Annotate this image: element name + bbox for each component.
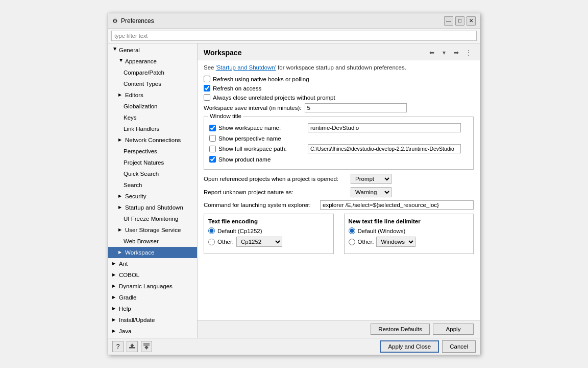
- workspace-name-input[interactable]: [308, 123, 461, 132]
- sidebar-item-gradle[interactable]: ▶ Gradle: [108, 292, 197, 303]
- arrow-icon: ▶: [112, 270, 117, 280]
- show-full-path-label: Show full workspace path:: [218, 146, 305, 152]
- sidebar-item-help[interactable]: ▶ Help: [108, 303, 197, 314]
- full-path-input[interactable]: [308, 144, 461, 153]
- cancel-button[interactable]: Cancel: [442, 340, 476, 353]
- save-interval-input[interactable]: [305, 103, 407, 112]
- maximize-button[interactable]: □: [455, 16, 464, 26]
- show-perspective-checkbox[interactable]: [209, 135, 216, 142]
- sidebar-item-link-handlers[interactable]: Link Handlers: [108, 123, 197, 134]
- more-options-button[interactable]: ⋮: [463, 48, 474, 58]
- sidebar-item-label: Security: [125, 192, 146, 201]
- sidebar-item-web-browser[interactable]: Web Browser: [108, 236, 197, 247]
- sidebar-item-dynamic-languages[interactable]: ▶ Dynamic Languages: [108, 281, 197, 292]
- content-body: See 'Startup and Shutdown' for workspace…: [198, 60, 480, 320]
- show-full-path-checkbox[interactable]: [209, 146, 216, 152]
- sidebar-item-install-update[interactable]: ▶ Install/Update: [108, 314, 197, 326]
- sidebar-item-label: Keys: [124, 113, 137, 122]
- report-unknown-select[interactable]: Warning Error Info Ignore: [351, 187, 391, 197]
- sidebar-item-java[interactable]: ▶ Java: [108, 326, 197, 337]
- sidebar-item-startup[interactable]: ▶ Startup and Shutdown: [108, 202, 197, 213]
- sidebar-item-globalization[interactable]: Globalization: [108, 101, 197, 112]
- show-product-name-checkbox[interactable]: [209, 156, 216, 163]
- sidebar-item-ant[interactable]: ▶ Ant: [108, 258, 197, 269]
- sidebar-item-security[interactable]: ▶ Security: [108, 191, 197, 202]
- arrow-icon: ▶: [112, 327, 117, 336]
- filter-input[interactable]: [111, 31, 477, 41]
- nav-forward-button[interactable]: ➡: [451, 48, 461, 58]
- sidebar-item-label: Search: [124, 180, 142, 190]
- arrow-icon: ▶: [110, 48, 119, 53]
- arrow-icon: ▶: [112, 304, 117, 313]
- sidebar-item-compare-patch[interactable]: Compare/Patch: [108, 67, 197, 78]
- show-product-name-label: Show product name: [218, 156, 305, 163]
- command-explorer-input[interactable]: [320, 200, 474, 210]
- intro-text: See 'Startup and Shutdown' for workspace…: [204, 64, 474, 71]
- import-button[interactable]: [141, 341, 152, 352]
- open-referenced-select[interactable]: Prompt Always Never: [351, 174, 391, 184]
- show-perspective-row: Show perspective name: [209, 135, 468, 142]
- sidebar-item-appearance[interactable]: ▶ Appearance: [108, 56, 197, 67]
- sidebar-item-label: Ant: [119, 259, 128, 268]
- sidebar-item-label: Editors: [125, 90, 143, 100]
- content-area: Workspace ⬅ ▾ ➡ ⋮ See 'Startup and Shutd…: [198, 43, 480, 338]
- encoding-other-radio[interactable]: [208, 239, 215, 245]
- refresh-native-label: Refresh using native hooks or polling: [213, 76, 309, 82]
- sidebar-item-general[interactable]: ▶ General: [108, 44, 197, 56]
- encoding-default-radio[interactable]: [208, 227, 215, 234]
- sidebar-item-label: Perspectives: [124, 147, 157, 156]
- sidebar-item-label: COBOL: [119, 270, 139, 280]
- refresh-access-checkbox[interactable]: [204, 85, 210, 91]
- apply-close-button[interactable]: Apply and Close: [380, 340, 439, 353]
- sidebar-item-network-connections[interactable]: ▶ Network Connections: [108, 134, 197, 146]
- nav-back-button[interactable]: ⬅: [427, 48, 437, 58]
- delimiter-default-radio[interactable]: [349, 227, 355, 234]
- sidebar: ▶ General ▶ Appearance Compare/Patch Con…: [108, 43, 198, 338]
- sidebar-item-content-types[interactable]: Content Types: [108, 78, 197, 89]
- help-button[interactable]: ?: [112, 341, 124, 352]
- startup-link[interactable]: 'Startup and Shutdown': [216, 64, 276, 71]
- sidebar-item-cobol[interactable]: ▶ COBOL: [108, 269, 197, 281]
- sidebar-item-quick-search[interactable]: Quick Search: [108, 168, 197, 179]
- page-title: Workspace: [204, 49, 241, 57]
- app-icon: ⚙: [112, 17, 118, 25]
- sidebar-item-ui-freeze[interactable]: UI Freeze Monitoring: [108, 213, 197, 224]
- close-button[interactable]: ✕: [467, 16, 476, 26]
- show-workspace-name-checkbox[interactable]: [209, 125, 216, 131]
- sidebar-item-workspace[interactable]: ▶ Workspace: [108, 247, 197, 258]
- open-referenced-row: Open referenced projects when a project …: [204, 174, 474, 184]
- show-workspace-name-label: Show workspace name:: [218, 125, 305, 131]
- command-explorer-label: Command for launching system explorer:: [204, 202, 316, 208]
- delimiter-default-row: Default (Windows): [349, 227, 470, 234]
- sidebar-item-label: Content Types: [124, 79, 161, 88]
- encoding-other-select[interactable]: Cp1252 UTF-8 ISO-8859-1: [236, 237, 282, 247]
- delimiter-other-radio[interactable]: [349, 239, 355, 245]
- sidebar-item-perspectives[interactable]: Perspectives: [108, 146, 197, 157]
- export-button[interactable]: [127, 341, 138, 352]
- search-bar: [108, 29, 480, 43]
- always-close-checkbox[interactable]: [204, 94, 210, 101]
- delimiter-other-select[interactable]: Windows Unix macOS: [376, 237, 415, 247]
- sidebar-item-keys[interactable]: Keys: [108, 112, 197, 123]
- sidebar-item-project-natures[interactable]: Project Natures: [108, 157, 197, 168]
- arrow-icon: ▶: [118, 248, 124, 257]
- bottom-bar-left: ?: [112, 341, 152, 352]
- encoding-section: Text file encoding Default (Cp1252) Othe…: [204, 214, 474, 254]
- sidebar-item-label: Quick Search: [124, 169, 159, 178]
- preferences-window: ⚙ Preferences — □ ✕ ▶ General ▶ Appearan…: [108, 13, 480, 355]
- show-product-name-row: Show product name: [209, 156, 468, 163]
- minimize-button[interactable]: —: [444, 16, 453, 26]
- refresh-native-checkbox[interactable]: [204, 76, 210, 82]
- sidebar-item-search[interactable]: Search: [108, 179, 197, 191]
- apply-button[interactable]: Apply: [433, 324, 474, 335]
- refresh-native-row: Refresh using native hooks or polling: [204, 76, 474, 82]
- show-workspace-name-row: Show workspace name:: [209, 123, 468, 132]
- window-title: Preferences: [121, 17, 154, 25]
- nav-dropdown-button[interactable]: ▾: [439, 48, 449, 58]
- sidebar-item-label: Dynamic Languages: [119, 282, 173, 291]
- sidebar-item-editors[interactable]: ▶ Editors: [108, 89, 197, 101]
- encoding-other-label: Other:: [217, 239, 234, 245]
- restore-defaults-button[interactable]: Restore Defaults: [371, 324, 430, 335]
- save-interval-label: Workspace save interval (in minutes):: [204, 105, 302, 111]
- sidebar-item-user-storage[interactable]: ▶ User Storage Service: [108, 224, 197, 236]
